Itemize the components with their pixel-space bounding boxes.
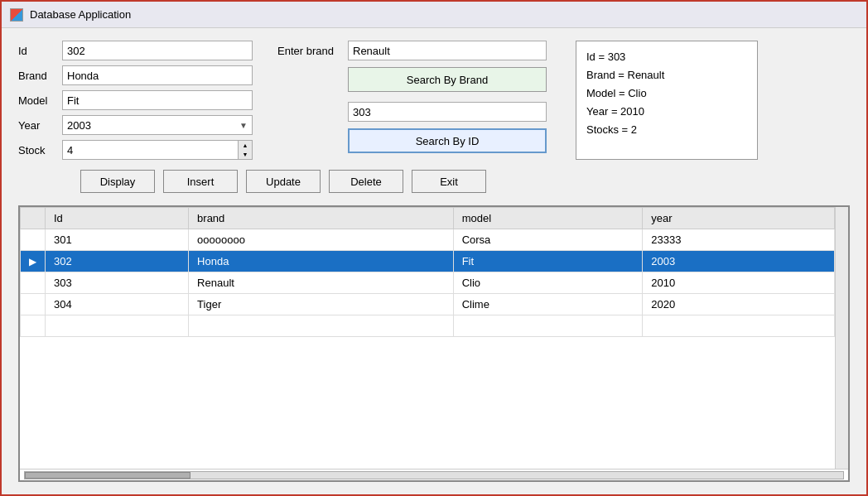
col-model: model: [453, 208, 643, 229]
cell-year: 23333: [643, 229, 835, 251]
cell-year: 2020: [643, 294, 835, 315]
cell-id: 304: [46, 294, 189, 315]
top-section: Id Brand Model Year 2003 2010: [18, 41, 850, 160]
info-line-1: Id = 303: [586, 48, 747, 66]
delete-button[interactable]: Delete: [329, 170, 403, 193]
cell-id: 302: [46, 251, 189, 272]
search-controls: Enter brand Search By Brand Search By ID: [277, 41, 547, 160]
left-form: Id Brand Model Year 2003 2010: [18, 41, 253, 160]
model-row: Model: [18, 90, 253, 110]
col-indicator: [21, 208, 46, 229]
row-indicator: [21, 229, 46, 251]
row-indicator: [21, 294, 46, 315]
search-by-brand-button[interactable]: Search By Brand: [348, 67, 547, 92]
display-button[interactable]: Display: [80, 170, 155, 193]
horizontal-scrollbar-area: [20, 469, 848, 480]
year-select[interactable]: 2003 2010 2020: [62, 115, 253, 135]
data-table-container: Id brand model year 301 oooooooo: [18, 205, 850, 482]
search-by-brand-row: Search By Brand: [348, 67, 547, 92]
info-line-3: Model = Clio: [586, 84, 747, 103]
table-header: Id brand model year: [21, 208, 835, 229]
col-brand: brand: [189, 208, 454, 229]
table-row-empty: [21, 315, 835, 337]
year-label: Year: [18, 119, 55, 132]
table-with-scroll: Id brand model year 301 oooooooo: [20, 207, 848, 469]
data-table: Id brand model year 301 oooooooo: [20, 207, 835, 337]
cell-model: Fit: [453, 251, 643, 272]
stock-down-button[interactable]: ▼: [239, 150, 252, 159]
cell-model: Clio: [453, 272, 643, 294]
vertical-scrollbar[interactable]: [835, 207, 848, 469]
table-row[interactable]: 304 Tiger Clime 2020: [21, 294, 835, 315]
model-input[interactable]: [62, 90, 253, 110]
table-row[interactable]: 303 Renault Clio 2010: [21, 272, 835, 294]
main-content: Id Brand Model Year 2003 2010: [2, 28, 866, 494]
stock-row: Stock ▲ ▼: [18, 140, 253, 160]
cell-brand: oooooooo: [189, 229, 454, 251]
cell-model: Corsa: [453, 229, 643, 251]
col-year: year: [643, 208, 835, 229]
app-icon: [10, 8, 23, 22]
scrollbar-thumb: [25, 472, 190, 479]
title-bar: Database Application: [2, 2, 866, 28]
search-by-id-row: Search By ID: [348, 128, 547, 153]
stock-label: Stock: [18, 144, 55, 157]
id-search-input[interactable]: [348, 102, 547, 122]
col-id: Id: [46, 208, 189, 229]
info-line-5: Stocks = 2: [586, 121, 747, 139]
cell-model: Clime: [453, 294, 643, 315]
brand-row: Brand: [18, 65, 253, 85]
cell-year: 2003: [643, 251, 835, 272]
cell-year: 2010: [643, 272, 835, 294]
id-row: Id: [18, 41, 253, 60]
year-row: Year 2003 2010 2020: [18, 115, 253, 135]
stock-wrapper: ▲ ▼: [62, 140, 253, 160]
info-box: Id = 303 Brand = Renault Model = Clio Ye…: [576, 41, 758, 160]
right-section: Enter brand Search By Brand Search By ID: [277, 41, 758, 160]
insert-button[interactable]: Insert: [163, 170, 238, 193]
table-main[interactable]: Id brand model year 301 oooooooo: [20, 207, 835, 469]
id-label: Id: [18, 45, 55, 57]
stock-input[interactable]: [62, 140, 238, 160]
cell-brand: Renault: [189, 272, 454, 294]
enter-brand-label: Enter brand: [277, 45, 340, 57]
year-select-wrapper: 2003 2010 2020: [62, 115, 253, 135]
stock-spinner: ▲ ▼: [238, 140, 253, 160]
horizontal-scrollbar[interactable]: [24, 471, 844, 479]
stock-up-button[interactable]: ▲: [239, 141, 252, 150]
table-row[interactable]: ▶ 302 Honda Fit 2003: [21, 251, 835, 272]
model-label: Model: [18, 94, 55, 107]
cell-id: 301: [46, 229, 189, 251]
update-button[interactable]: Update: [246, 170, 321, 193]
info-line-4: Year = 2010: [586, 103, 747, 121]
cell-id: 303: [46, 272, 189, 294]
info-line-2: Brand = Renault: [586, 66, 747, 84]
exit-button[interactable]: Exit: [412, 170, 486, 193]
main-window: Database Application Id Brand Model: [0, 0, 868, 496]
cell-brand: Tiger: [189, 294, 454, 315]
id-search-row: [277, 102, 547, 122]
table-body: 301 oooooooo Corsa 23333 ▶ 302 Honda Fit…: [21, 229, 835, 337]
row-indicator: [21, 272, 46, 294]
window-title: Database Application: [30, 8, 131, 21]
id-input[interactable]: [62, 41, 253, 60]
brand-search-input[interactable]: [348, 41, 547, 60]
brand-search-row: Enter brand: [277, 41, 547, 60]
action-buttons: Display Insert Update Delete Exit: [80, 170, 850, 193]
cell-brand: Honda: [189, 251, 454, 272]
row-indicator: ▶: [21, 251, 46, 272]
search-by-id-button[interactable]: Search By ID: [348, 128, 547, 153]
table-row[interactable]: 301 oooooooo Corsa 23333: [21, 229, 835, 251]
brand-input[interactable]: [62, 65, 253, 85]
brand-label: Brand: [18, 70, 55, 82]
